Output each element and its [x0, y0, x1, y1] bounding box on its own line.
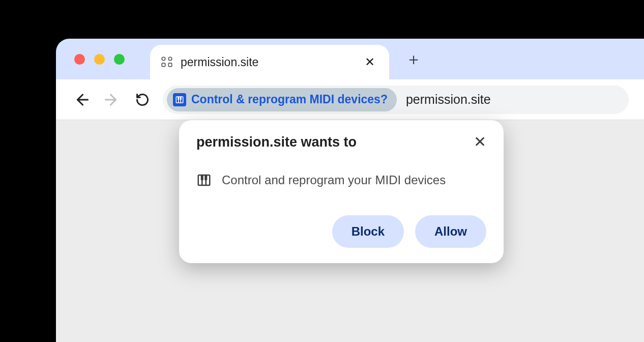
back-button[interactable] [71, 90, 92, 110]
svg-rect-10 [180, 97, 182, 100]
svg-rect-15 [204, 175, 207, 180]
url-text: permission.site [406, 92, 491, 107]
svg-point-0 [162, 57, 165, 61]
toolbar: Control & reprogram MIDI devices? permis… [56, 79, 644, 120]
tab-favicon-icon [160, 55, 173, 69]
allow-button[interactable]: Allow [415, 215, 486, 248]
piano-icon [196, 173, 212, 188]
svg-rect-2 [162, 63, 165, 67]
close-window-button[interactable] [74, 54, 85, 65]
dialog-description: Control and reprogram your MIDI devices [222, 173, 446, 187]
close-dialog-icon[interactable]: ✕ [474, 134, 486, 150]
tab-strip: permission.site ✕ ＋ [56, 39, 644, 79]
svg-rect-9 [178, 97, 179, 100]
reload-button[interactable] [132, 90, 153, 110]
close-tab-icon[interactable]: ✕ [363, 54, 377, 70]
new-tab-button[interactable]: ＋ [403, 51, 424, 67]
address-bar[interactable]: Control & reprogram MIDI devices? permis… [163, 86, 629, 114]
tab-title: permission.site [181, 55, 356, 69]
permission-dialog: permission.site wants to ✕ Control and r… [179, 120, 504, 263]
browser-tab[interactable]: permission.site ✕ [150, 45, 389, 79]
forward-button[interactable] [102, 90, 122, 110]
svg-point-1 [168, 57, 172, 61]
maximize-window-button[interactable] [114, 54, 125, 65]
svg-rect-6 [176, 97, 183, 103]
piano-icon [173, 93, 186, 106]
dialog-title: permission.site wants to [196, 134, 357, 150]
window-controls [74, 54, 125, 65]
page-content: permission.site wants to ✕ Control and r… [56, 120, 644, 342]
minimize-window-button[interactable] [94, 54, 105, 65]
permission-chip-label: Control & reprogram MIDI devices? [191, 93, 388, 106]
svg-rect-14 [201, 175, 203, 180]
svg-rect-3 [168, 63, 172, 67]
browser-window: permission.site ✕ ＋ [56, 39, 644, 342]
permission-chip[interactable]: Control & reprogram MIDI devices? [167, 88, 397, 111]
svg-rect-11 [198, 175, 210, 185]
block-button[interactable]: Block [332, 215, 404, 248]
